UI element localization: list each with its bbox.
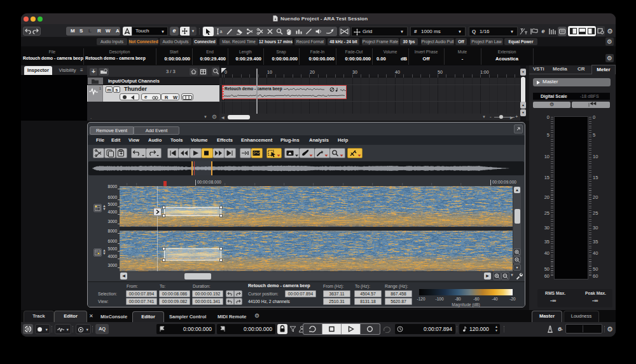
svg-text:a: a: [220, 29, 223, 34]
